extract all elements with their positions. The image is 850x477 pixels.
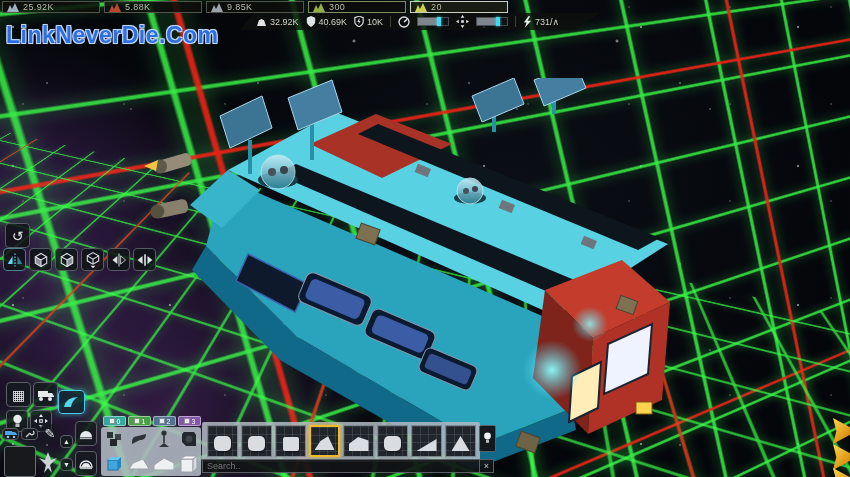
search-bar: ×	[202, 459, 494, 473]
rotate-reset-icon: ↺	[12, 229, 24, 243]
mini-vehicle-button[interactable]	[2, 428, 19, 440]
tab-2[interactable]: 2	[153, 416, 176, 426]
flip-horizontal-button[interactable]	[107, 248, 130, 271]
tab-label: 3	[192, 418, 196, 425]
resource-counter: 25.92K	[2, 1, 100, 13]
tab-label: 2	[167, 418, 171, 425]
claw-icon	[62, 394, 81, 410]
phoenix-icon	[38, 452, 58, 474]
grid-blocks-icon: ▦	[12, 387, 25, 403]
pencil-icon: ✎	[45, 426, 56, 441]
game-viewport: LinkNeverDie.Com 25.92K 5.88K 9.85K 300 …	[0, 0, 850, 477]
divider	[390, 16, 391, 27]
rotate-block-right-button[interactable]	[55, 248, 78, 271]
slope-white-icon[interactable]	[129, 457, 149, 470]
cube-icon	[159, 418, 165, 424]
lightning-icon	[523, 16, 532, 28]
hotbar-light-button[interactable]	[479, 425, 496, 452]
multi-block-icon[interactable]	[105, 430, 123, 448]
ore-icon	[313, 3, 325, 12]
cube-icon	[109, 418, 115, 424]
color-swatch[interactable]	[4, 446, 36, 477]
cockpit-icon[interactable]	[180, 430, 198, 448]
block-shape-wedge	[349, 436, 369, 451]
scroll-down-button[interactable]: ▼	[60, 458, 73, 471]
mass-value: 32.92K	[270, 17, 299, 27]
cube-right-icon	[58, 251, 76, 269]
ship-stats-strip: 32.92K 40.69K 10K 731/∧	[240, 13, 600, 30]
mirror-x-button[interactable]	[3, 248, 26, 271]
hotbar-slot-3[interactable]	[275, 425, 306, 457]
arrow-down-icon: ▼	[63, 461, 70, 468]
cube-large-icon[interactable]	[180, 455, 198, 473]
bulb-icon	[12, 414, 23, 429]
shield-icon	[306, 16, 316, 27]
wrench-small-icon	[25, 430, 35, 438]
bulb-icon	[483, 432, 492, 445]
search-close-button[interactable]: ×	[479, 460, 493, 472]
thruster-icon[interactable]	[130, 432, 148, 446]
swap-horizontal-icon	[136, 251, 154, 269]
block-shape-rounded-cube	[248, 436, 265, 451]
cube-icon	[134, 418, 140, 424]
hotbar-slot-4-selected[interactable]	[309, 425, 340, 457]
tab-1[interactable]: 1	[128, 416, 151, 426]
block-shape-corner	[417, 437, 437, 451]
resource-counter-selected: 20	[410, 1, 508, 13]
hotbar-slot-5[interactable]	[343, 425, 374, 457]
helmet-bottom-button[interactable]	[75, 451, 97, 476]
arrow-up-icon: ▲	[63, 438, 70, 445]
block-shape-rounded-cube	[214, 436, 231, 451]
undo-rotation-button[interactable]: ↺	[5, 223, 30, 248]
resource-value: 300	[329, 2, 345, 12]
hotbar-slot-1[interactable]	[207, 425, 238, 457]
hotbar-slot-6[interactable]	[377, 425, 408, 457]
mass-icon	[256, 17, 267, 27]
block-category-panel	[101, 427, 201, 476]
hotbar-slot-8[interactable]	[445, 425, 476, 457]
tab-0[interactable]: 0	[103, 416, 126, 426]
resource-value: 9.85K	[227, 2, 253, 12]
thrust-slider[interactable]	[476, 17, 508, 26]
resource-counter: 5.88K	[104, 1, 202, 13]
rotate-block-left-button[interactable]	[29, 248, 52, 271]
mirror-horizontal-button[interactable]	[133, 248, 156, 271]
helmet-icon	[79, 457, 93, 470]
wedge-white-icon[interactable]	[154, 457, 174, 471]
helmet-top-button[interactable]	[75, 421, 97, 446]
hotbar-slot-7[interactable]	[411, 425, 442, 457]
speed-slider[interactable]	[417, 17, 449, 26]
rotate-block-down-button[interactable]	[81, 248, 104, 271]
block-shape-slope	[315, 435, 335, 450]
energy-shield-icon	[354, 16, 364, 27]
ore-icon	[109, 3, 121, 12]
cosmetic-button[interactable]	[36, 450, 60, 476]
tab-3[interactable]: 3	[178, 416, 201, 426]
vehicle-button[interactable]	[33, 382, 58, 407]
truck-icon	[37, 388, 55, 402]
mass-stat: 32.92K	[256, 17, 299, 27]
ore-icon	[211, 3, 223, 12]
search-input[interactable]	[203, 460, 479, 472]
resource-value: 25.92K	[23, 2, 54, 12]
resource-counter: 300	[308, 1, 406, 13]
hotbar-slot-2[interactable]	[241, 425, 272, 457]
power-stat: 731/∧	[523, 16, 559, 28]
cube-down-icon	[84, 251, 102, 269]
joystick-icon[interactable]	[157, 430, 171, 448]
power-value: 731/∧	[535, 17, 559, 27]
mini-tool-button[interactable]	[21, 428, 38, 440]
move-arrows-icon	[456, 15, 469, 28]
resource-counter: 9.85K	[206, 1, 304, 13]
blocks-grid-button[interactable]: ▦	[6, 382, 31, 407]
edit-button[interactable]: ✎	[40, 424, 60, 443]
cube-icon	[184, 418, 190, 424]
cube-blue-icon[interactable]	[107, 457, 121, 471]
resource-value: 20	[431, 2, 442, 12]
cube-left-icon	[32, 251, 50, 269]
scroll-up-button[interactable]: ▲	[60, 435, 73, 448]
flip-horizontal-icon	[110, 251, 128, 269]
armor-stat: 40.69K	[306, 16, 348, 27]
place-tool-button[interactable]	[58, 390, 85, 414]
ore-icon	[7, 3, 19, 12]
